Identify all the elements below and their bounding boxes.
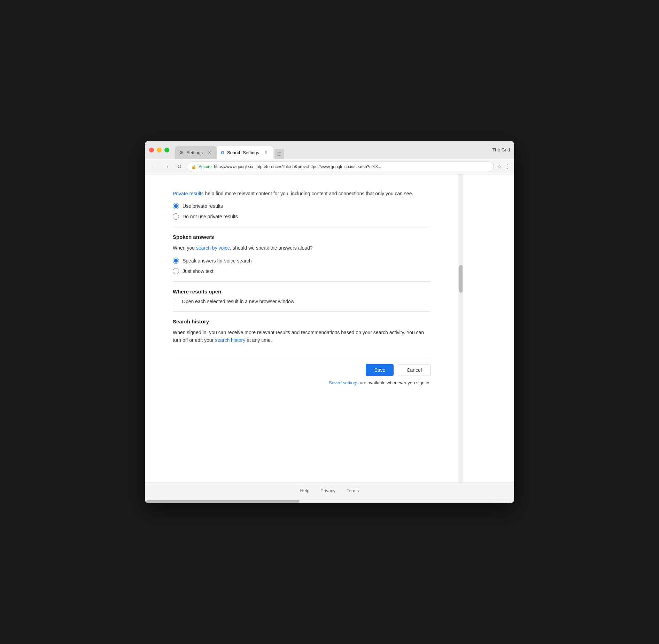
reload-button[interactable]: ↻ <box>174 162 184 172</box>
speak-answers-option[interactable]: Speak answers for voice search <box>173 258 431 264</box>
page-content: Private results help find more relevant … <box>145 174 514 482</box>
search-history-desc-before: When signed in, you can receive more rel… <box>173 330 424 343</box>
section-search-history: Search history When signed in, you can r… <box>173 312 431 357</box>
footer: Help Privacy Terms <box>145 482 514 499</box>
private-results-link[interactable]: Private results <box>173 191 204 196</box>
saved-settings-text: Saved settings are available whenever yo… <box>173 380 431 385</box>
use-private-results-label: Use private results <box>183 203 223 209</box>
secure-icon: 🔒 <box>191 164 196 169</box>
new-tab-icon: □ <box>278 151 281 157</box>
bookmark-icon[interactable]: ☆ <box>497 163 502 170</box>
tabs-area: ⚙ Settings ✕ G Search Settings ✕ □ <box>175 141 492 159</box>
button-row: Save Cancel <box>173 357 431 379</box>
no-private-results-radio[interactable] <box>173 213 179 220</box>
spoken-answers-description: When you search by voice, should we spea… <box>173 244 431 252</box>
no-private-results-option[interactable]: Do not use private results <box>173 213 431 220</box>
search-history-description: When signed in, you can receive more rel… <box>173 329 431 344</box>
title-bar-right: The Grid <box>492 147 510 152</box>
address-input-wrapper[interactable]: 🔒 Secure https://www.google.co.in/prefer… <box>187 162 494 172</box>
scrollbar-thumb[interactable] <box>459 265 463 293</box>
footer-privacy-link[interactable]: Privacy <box>320 488 335 493</box>
tab-settings[interactable]: ⚙ Settings ✕ <box>175 146 217 159</box>
scrollbar-track[interactable] <box>458 174 463 482</box>
close-button[interactable] <box>149 148 154 152</box>
spoken-answers-title: Spoken answers <box>173 234 431 240</box>
section-private-results: Private results help find more relevant … <box>173 183 431 227</box>
section-spoken-answers: Spoken answers When you search by voice,… <box>173 227 431 281</box>
private-results-description: Private results help find more relevant … <box>173 190 431 197</box>
minimize-button[interactable] <box>157 148 162 152</box>
spoken-desc-before: When you <box>173 245 196 251</box>
bottom-scrollbar[interactable] <box>145 499 514 503</box>
window-controls <box>149 148 169 152</box>
secure-label: Secure <box>199 164 212 169</box>
use-private-results-radio[interactable] <box>173 203 179 209</box>
search-history-desc-after: at any time. <box>245 337 272 343</box>
new-window-checkbox-item[interactable]: Open each selected result in a new brows… <box>173 299 431 304</box>
private-results-radio-group: Use private results Do not use private r… <box>173 203 431 220</box>
speak-answers-radio[interactable] <box>173 258 179 264</box>
saved-settings-desc: are available whenever you sign in. <box>358 380 431 385</box>
google-tab-icon: G <box>221 150 224 155</box>
footer-help-link[interactable]: Help <box>300 488 310 493</box>
search-history-title: Search history <box>173 319 431 324</box>
footer-terms-link[interactable]: Terms <box>347 488 359 493</box>
new-window-checkbox[interactable] <box>173 299 178 304</box>
title-bar: ⚙ Settings ✕ G Search Settings ✕ □ The G… <box>145 141 514 159</box>
bottom-scrollbar-thumb[interactable] <box>146 500 300 503</box>
menu-icon[interactable]: ⋮ <box>504 163 510 170</box>
just-show-text-option[interactable]: Just show text <box>173 268 431 274</box>
spoken-answers-radio-group: Speak answers for voice search Just show… <box>173 258 431 274</box>
save-button[interactable]: Save <box>366 364 394 376</box>
spoken-desc-after: , should we speak the answers aloud? <box>230 245 312 251</box>
new-window-label: Open each selected result in a new brows… <box>182 299 294 304</box>
saved-settings-link[interactable]: Saved settings <box>329 380 358 385</box>
forward-button[interactable]: → <box>162 162 171 172</box>
new-tab-button[interactable]: □ <box>274 149 284 159</box>
maximize-button[interactable] <box>164 148 169 152</box>
browser-window: ⚙ Settings ✕ G Search Settings ✕ □ The G… <box>145 141 514 503</box>
main-content: Private results help find more relevant … <box>145 174 458 482</box>
settings-tab-icon: ⚙ <box>179 150 184 155</box>
search-by-voice-link[interactable]: search by voice <box>196 245 230 251</box>
section-where-results-open: Where results open Open each selected re… <box>173 282 431 312</box>
tab-settings-close[interactable]: ✕ <box>207 150 212 155</box>
back-button[interactable]: ← <box>149 162 159 172</box>
just-show-text-radio[interactable] <box>173 268 179 274</box>
no-private-results-label: Do not use private results <box>183 214 238 219</box>
address-url: https://www.google.co.in/preferences?hl=… <box>214 164 489 169</box>
tab-settings-label: Settings <box>186 150 203 155</box>
tab-search-settings-close[interactable]: ✕ <box>263 150 269 155</box>
where-results-open-title: Where results open <box>173 289 431 294</box>
private-results-desc-text: help find more relevant content for you,… <box>204 191 413 196</box>
just-show-text-label: Just show text <box>183 268 214 274</box>
tab-search-settings[interactable]: G Search Settings ✕ <box>217 146 273 159</box>
address-bar: ← → ↻ 🔒 Secure https://www.google.co.in/… <box>145 159 514 174</box>
address-icons: ☆ ⋮ <box>497 163 510 170</box>
tab-search-settings-label: Search Settings <box>227 150 259 155</box>
search-history-link[interactable]: search history <box>215 337 245 343</box>
cancel-button[interactable]: Cancel <box>398 364 431 376</box>
speak-answers-label: Speak answers for voice search <box>183 258 251 264</box>
use-private-results-option[interactable]: Use private results <box>173 203 431 209</box>
